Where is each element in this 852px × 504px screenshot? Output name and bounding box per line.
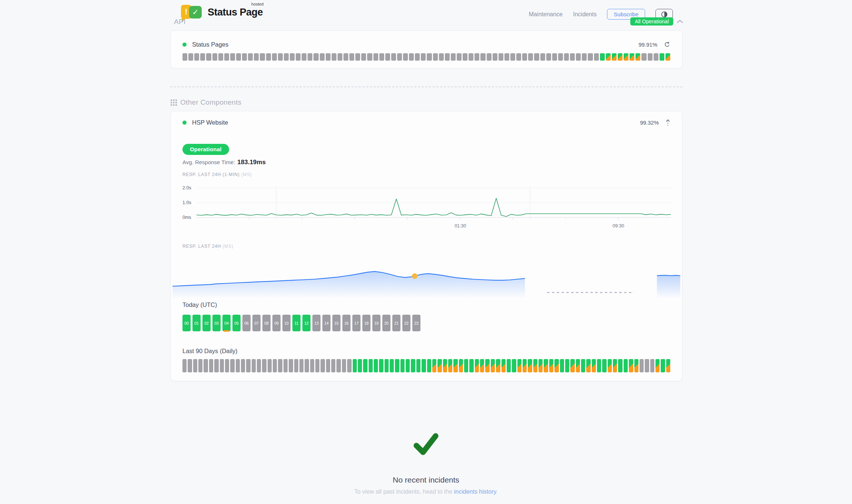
uptime-bar[interactable]	[326, 53, 331, 61]
day-bar[interactable]	[443, 359, 447, 372]
day-bar[interactable]	[321, 359, 325, 372]
uptime-bar[interactable]	[528, 53, 533, 61]
hour-block-14[interactable]: 14	[322, 315, 331, 331]
day-bar[interactable]	[602, 359, 606, 372]
day-bar[interactable]	[560, 359, 564, 372]
uptime-bar[interactable]	[618, 53, 623, 61]
day-bar[interactable]	[491, 359, 495, 372]
hour-block-12[interactable]: 12	[302, 315, 311, 331]
uptime-bar[interactable]	[660, 53, 664, 61]
hour-block-17[interactable]: 17	[352, 315, 360, 331]
uptime-bar[interactable]	[654, 53, 658, 61]
uptime-bar[interactable]	[212, 53, 217, 61]
uptime-bar[interactable]	[385, 53, 390, 61]
hour-block-21[interactable]: 21	[392, 315, 400, 331]
uptime-bar[interactable]	[242, 53, 247, 61]
uptime-bar[interactable]	[624, 53, 628, 61]
day-bar[interactable]	[252, 359, 256, 372]
day-bar[interactable]	[416, 359, 420, 372]
day-bar[interactable]	[554, 359, 559, 372]
uptime-bar[interactable]	[290, 53, 295, 61]
day-bar[interactable]	[581, 359, 585, 372]
day-bar[interactable]	[262, 359, 266, 372]
uptime-bar[interactable]	[182, 53, 187, 61]
day-bar[interactable]	[539, 359, 543, 372]
hour-block-16[interactable]: 16	[342, 315, 350, 331]
hour-block-13[interactable]: 13	[312, 315, 321, 331]
hour-block-07[interactable]: 07	[252, 315, 261, 331]
day-bar[interactable]	[385, 359, 389, 372]
day-bar[interactable]	[634, 359, 638, 372]
day-bar[interactable]	[533, 359, 537, 372]
day-bar[interactable]	[241, 359, 245, 372]
uptime-bar[interactable]	[302, 53, 306, 61]
day-bar[interactable]	[459, 359, 463, 372]
day-bar[interactable]	[624, 359, 628, 372]
uptime-bar[interactable]	[474, 53, 479, 61]
hour-block-00[interactable]: 00	[182, 315, 191, 331]
day-bar[interactable]	[204, 359, 208, 372]
uptime-bar[interactable]	[320, 53, 325, 61]
uptime-bar[interactable]	[397, 53, 402, 61]
day-bar[interactable]	[310, 359, 314, 372]
hour-block-18[interactable]: 18	[362, 315, 370, 331]
day-bar[interactable]	[570, 359, 574, 372]
uptime-bar[interactable]	[600, 53, 605, 61]
day-bar[interactable]	[358, 359, 362, 372]
day-bar[interactable]	[193, 359, 197, 372]
day-bar[interactable]	[225, 359, 229, 372]
day-bar[interactable]	[230, 359, 234, 372]
hour-block-03[interactable]: 03	[212, 315, 221, 331]
hour-block-06[interactable]: 06	[242, 315, 251, 331]
uptime-bar[interactable]	[313, 53, 318, 61]
uptime-bar[interactable]	[349, 53, 354, 61]
uptime-bar[interactable]	[272, 53, 277, 61]
day-bar[interactable]	[448, 359, 452, 372]
uptime-bar[interactable]	[516, 53, 521, 61]
day-bar[interactable]	[464, 359, 468, 372]
hour-block-19[interactable]: 19	[372, 315, 380, 331]
day-bar[interactable]	[406, 359, 410, 372]
day-bar[interactable]	[299, 359, 303, 372]
uptime-bar[interactable]	[266, 53, 271, 61]
day-bar[interactable]	[586, 359, 590, 372]
day-bar[interactable]	[517, 359, 521, 372]
uptime-bar[interactable]	[576, 53, 581, 61]
uptime-bar[interactable]	[522, 53, 527, 61]
day-bar[interactable]	[379, 359, 383, 372]
hour-block-23[interactable]: 23	[412, 315, 420, 331]
uptime-bar[interactable]	[463, 53, 467, 61]
hour-block-04[interactable]: 04	[222, 315, 231, 331]
day-bar[interactable]	[640, 359, 644, 372]
uptime-bar[interactable]	[236, 53, 241, 61]
day-bar[interactable]	[273, 359, 277, 372]
uptime-bar[interactable]	[445, 53, 450, 61]
day-bar[interactable]	[374, 359, 378, 372]
day-bar[interactable]	[629, 359, 633, 372]
uptime-bar[interactable]	[487, 53, 492, 61]
uptime-bar[interactable]	[415, 53, 420, 61]
day-bar[interactable]	[246, 359, 250, 372]
uptime-bar[interactable]	[188, 53, 193, 61]
hour-block-22[interactable]: 22	[402, 315, 410, 331]
day-bar[interactable]	[666, 359, 670, 372]
uptime-bar[interactable]	[296, 53, 301, 61]
uptime-bar[interactable]	[480, 53, 485, 61]
day-bar[interactable]	[198, 359, 202, 372]
day-bar[interactable]	[613, 359, 617, 372]
uptime-bar[interactable]	[367, 53, 372, 61]
day-bar[interactable]	[485, 359, 489, 372]
uptime-bar[interactable]	[451, 53, 456, 61]
day-bar[interactable]	[432, 359, 436, 372]
uptime-bar[interactable]	[373, 53, 378, 61]
uptime-bar[interactable]	[558, 53, 563, 61]
uptime-bar[interactable]	[391, 53, 396, 61]
uptime-bar[interactable]	[540, 53, 545, 61]
uptime-bar[interactable]	[332, 53, 336, 61]
uptime-bar[interactable]	[361, 53, 366, 61]
day-bar[interactable]	[336, 359, 341, 372]
response-time-area-chart[interactable]	[172, 256, 680, 301]
hour-block-20[interactable]: 20	[382, 315, 390, 331]
day-bar[interactable]	[395, 359, 399, 372]
day-bar[interactable]	[661, 359, 665, 372]
